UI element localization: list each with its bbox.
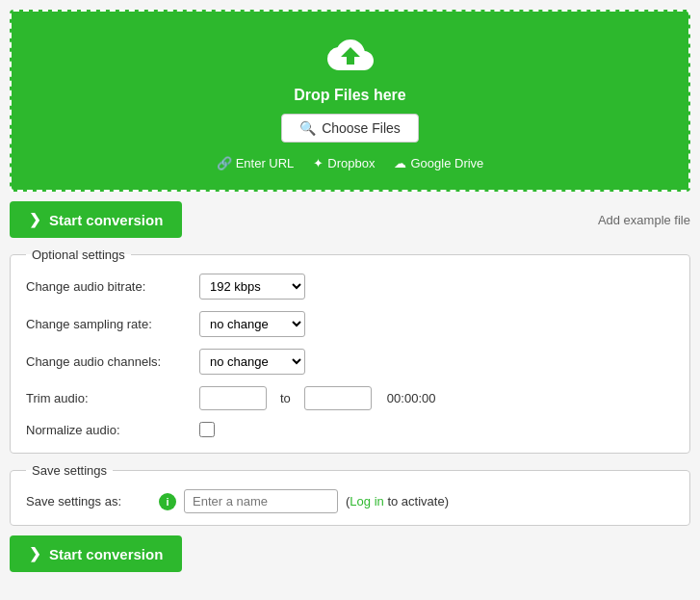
sampling-select[interactable]: no change 8000 Hz 11025 Hz 22050 Hz 4410… <box>199 311 305 337</box>
conversion-row-bottom: ❯ Start conversion <box>10 535 690 572</box>
trim-time-label: 00:00:00 <box>387 391 436 405</box>
normalize-label: Normalize audio: <box>26 423 190 437</box>
dropbox-link[interactable]: ✦ Dropbox <box>313 156 375 170</box>
info-icon[interactable]: i <box>159 493 176 510</box>
channels-label: Change audio channels: <box>26 354 190 369</box>
enter-url-link[interactable]: 🔗 Enter URL <box>217 156 295 170</box>
save-name-input[interactable] <box>184 489 338 513</box>
start-conversion-button-top[interactable]: ❯ Start conversion <box>10 201 182 238</box>
save-row: Save settings as: i (Log in to activate) <box>26 489 674 513</box>
dropbox-icon: ✦ <box>313 156 324 170</box>
chevron-right-icon-top: ❯ <box>29 211 41 228</box>
login-link[interactable]: Log in <box>350 494 383 509</box>
drop-text: Drop Files here <box>31 87 669 104</box>
bitrate-label: Change audio bitrate: <box>26 279 190 294</box>
upload-icon <box>326 31 375 79</box>
gdrive-link[interactable]: ☁ Google Drive <box>394 156 483 170</box>
normalize-checkbox[interactable] <box>199 422 215 437</box>
trim-end-input[interactable] <box>304 386 372 410</box>
trim-label: Trim audio: <box>26 391 190 405</box>
sampling-label: Change sampling rate: <box>26 317 190 331</box>
link-icon: 🔗 <box>217 156 232 170</box>
cloud-icon: ☁ <box>394 156 406 170</box>
channels-select[interactable]: no change 1 (Mono) 2 (Stereo) <box>199 349 305 375</box>
search-icon: 🔍 <box>299 120 316 136</box>
bitrate-select[interactable]: 64 kbps 96 kbps 128 kbps 192 kbps 256 kb… <box>199 274 305 300</box>
save-settings-fieldset: Save settings Save settings as: i (Log i… <box>10 463 690 526</box>
trim-to-label: to <box>280 391 291 405</box>
start-conversion-button-bottom[interactable]: ❯ Start conversion <box>10 535 182 572</box>
source-links: 🔗 Enter URL ✦ Dropbox ☁ Google Drive <box>31 156 669 170</box>
trim-start-input[interactable] <box>199 386 267 410</box>
conversion-row-top: ❯ Start conversion Add example file <box>10 201 690 238</box>
bitrate-row: Change audio bitrate: 64 kbps 96 kbps 12… <box>26 274 674 300</box>
login-text: (Log in to activate) <box>346 494 449 509</box>
channels-row: Change audio channels: no change 1 (Mono… <box>26 349 674 375</box>
choose-files-button[interactable]: 🔍 Choose Files <box>281 114 419 143</box>
drop-zone[interactable]: Drop Files here 🔍 Choose Files 🔗 Enter U… <box>10 10 690 192</box>
page-wrapper: Drop Files here 🔍 Choose Files 🔗 Enter U… <box>0 0 700 591</box>
save-settings-legend: Save settings <box>26 463 113 478</box>
chevron-right-icon-bottom: ❯ <box>29 545 41 562</box>
optional-settings-legend: Optional settings <box>26 248 131 262</box>
add-example-link[interactable]: Add example file <box>598 213 690 227</box>
optional-settings-fieldset: Optional settings Change audio bitrate: … <box>10 248 690 454</box>
save-label: Save settings as: <box>26 494 151 509</box>
sampling-row: Change sampling rate: no change 8000 Hz … <box>26 311 674 337</box>
trim-row: Trim audio: to 00:00:00 <box>26 386 674 410</box>
normalize-row: Normalize audio: <box>26 422 674 437</box>
